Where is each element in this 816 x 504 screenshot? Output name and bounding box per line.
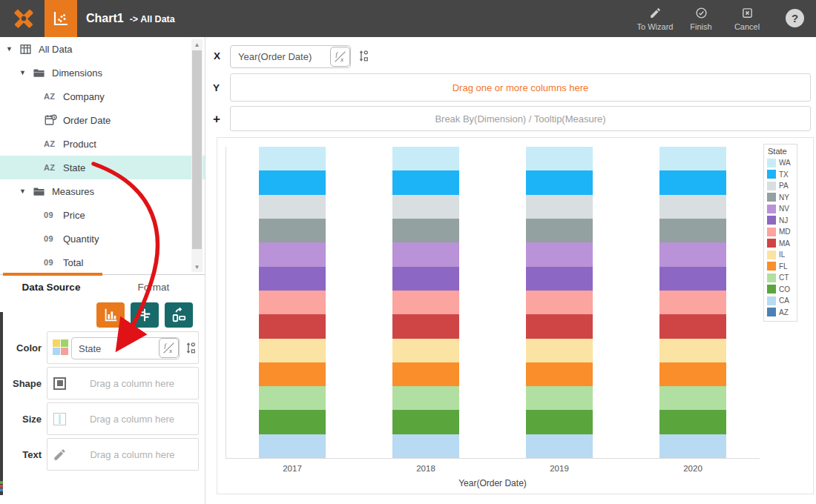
stacked-bar-2020[interactable] (659, 147, 726, 458)
bar-segment-MD[interactable] (526, 291, 593, 314)
bar-segment-CA[interactable] (259, 434, 326, 458)
tree-item-order-date[interactable]: Order Date (0, 108, 205, 132)
y-dropzone[interactable]: Drag one or more columns here (230, 73, 811, 102)
legend-item-NY[interactable]: NY (767, 192, 797, 204)
tree-item-total[interactable]: 09 Total (0, 251, 205, 274)
bar-segment-MA[interactable] (659, 314, 726, 338)
bar-segment-FL[interactable] (659, 362, 726, 386)
stacked-bar-2018[interactable] (392, 147, 459, 458)
bar-segment-TX[interactable] (526, 170, 593, 194)
bar-segment-IL[interactable] (392, 339, 459, 362)
legend-item-CA[interactable]: CA (767, 295, 797, 307)
legend-item-NV[interactable]: NV (767, 203, 797, 215)
bar-segment-FL[interactable] (259, 362, 326, 386)
legend-item-CT[interactable]: CT (767, 272, 797, 284)
bar-segment-MD[interactable] (659, 291, 726, 314)
chart-tool-tile[interactable] (45, 0, 77, 37)
bar-segment-NY[interactable] (259, 219, 326, 242)
legend-item-MD[interactable]: MD (767, 226, 797, 238)
tab-format[interactable]: Format (102, 275, 205, 299)
sort-order-button[interactable] (184, 340, 197, 359)
scroll-up-arrow[interactable]: ▲ (191, 39, 203, 50)
bar-segment-WA[interactable] (392, 147, 459, 170)
bar-segment-NY[interactable] (659, 219, 726, 242)
scrollbar-thumb[interactable] (192, 50, 202, 249)
bar-segment-IL[interactable] (526, 339, 593, 362)
tree-item-state[interactable]: AZ State (0, 156, 205, 179)
bar-segment-FL[interactable] (526, 362, 593, 386)
chevron-down-icon[interactable]: ▼ (6, 45, 19, 53)
bar-segment-NV[interactable] (392, 242, 459, 266)
bar-segment-PA[interactable] (259, 195, 326, 219)
formula-button[interactable]: f x (330, 47, 350, 67)
transpose-chart-button[interactable] (165, 302, 193, 328)
bar-segment-MA[interactable] (259, 314, 326, 338)
bar-segment-CO[interactable] (659, 410, 726, 434)
bar-segment-TX[interactable] (659, 170, 726, 194)
sort-order-button[interactable] (357, 48, 369, 67)
bar-segment-NY[interactable] (526, 219, 593, 242)
size-dropzone[interactable]: Drag a column here (47, 402, 199, 435)
stacked-bar-2017[interactable] (259, 147, 326, 458)
tree-item-quantity[interactable]: 09 Quantity (0, 227, 205, 251)
color-dropzone[interactable]: State f x (47, 331, 199, 364)
legend-item-CO[interactable]: CO (767, 284, 797, 296)
bar-segment-CT[interactable] (392, 386, 459, 410)
bar-segment-CO[interactable] (526, 410, 593, 434)
bar-segment-MD[interactable] (259, 291, 326, 314)
swap-axes-button[interactable] (131, 302, 159, 328)
chevron-down-icon[interactable]: ▼ (19, 69, 32, 76)
legend-item-PA[interactable]: PA (767, 180, 797, 192)
bar-segment-IL[interactable] (659, 339, 726, 362)
bar-segment-PA[interactable] (526, 195, 593, 219)
tree-item-product[interactable]: AZ Product (0, 132, 205, 156)
legend-item-IL[interactable]: IL (767, 249, 797, 261)
bar-segment-CO[interactable] (392, 410, 459, 434)
bar-segment-TX[interactable] (259, 170, 326, 194)
bar-segment-NV[interactable] (259, 242, 326, 266)
bar-segment-NJ[interactable] (259, 267, 326, 291)
bar-segment-MA[interactable] (526, 314, 593, 338)
bar-segment-NJ[interactable] (659, 267, 726, 291)
to-wizard-button[interactable]: To Wizard (632, 7, 678, 31)
chevron-down-icon[interactable]: ▼ (19, 188, 32, 195)
bar-segment-MA[interactable] (392, 314, 459, 338)
bar-segment-WA[interactable] (526, 147, 593, 170)
legend-item-WA[interactable]: WA (767, 157, 797, 169)
bar-segment-NV[interactable] (659, 242, 726, 266)
bar-segment-CA[interactable] (659, 434, 726, 458)
scroll-down-arrow[interactable]: ▼ (191, 262, 203, 272)
bar-segment-FL[interactable] (392, 362, 459, 386)
cancel-button[interactable]: Cancel (724, 7, 770, 31)
stacked-bar-2019[interactable] (526, 147, 593, 458)
finish-button[interactable]: Finish (678, 7, 724, 31)
bar-segment-CA[interactable] (392, 434, 459, 458)
text-dropzone[interactable]: Drag a column here (47, 438, 199, 471)
bar-segment-NY[interactable] (392, 219, 459, 242)
bar-segment-PA[interactable] (392, 195, 459, 219)
bar-segment-MD[interactable] (392, 291, 459, 314)
bar-segment-NV[interactable] (526, 242, 593, 266)
bar-segment-NJ[interactable] (392, 267, 459, 291)
tree-item-all-data[interactable]: ▼ All Data (0, 37, 205, 61)
tree-scrollbar[interactable]: ▲ ▼ (191, 39, 203, 272)
bar-segment-TX[interactable] (392, 170, 459, 194)
bar-segment-CT[interactable] (659, 386, 726, 410)
legend-item-NJ[interactable]: NJ (767, 215, 797, 227)
tab-data-source[interactable]: Data Source (0, 275, 102, 299)
bar-segment-IL[interactable] (259, 339, 326, 362)
bar-segment-PA[interactable] (659, 195, 726, 219)
bar-segment-CT[interactable] (259, 386, 326, 410)
legend-item-TX[interactable]: TX (767, 169, 797, 181)
bar-segment-CA[interactable] (526, 434, 593, 458)
formula-button[interactable]: f x (159, 338, 179, 358)
tree-item-measures[interactable]: ▼ Measures (0, 179, 205, 203)
bar-segment-CO[interactable] (259, 410, 326, 434)
bar-chart-type-button[interactable] (96, 302, 125, 328)
bar-segment-WA[interactable] (659, 147, 726, 170)
legend-item-AZ[interactable]: AZ (767, 307, 797, 319)
legend-item-FL[interactable]: FL (767, 261, 797, 273)
break-by-dropzone[interactable]: Break By(Dimension) / Tooltip(Measure) (230, 106, 811, 131)
tree-item-dimensions[interactable]: ▼ Dimensions (0, 61, 205, 84)
bar-segment-WA[interactable] (259, 147, 326, 170)
